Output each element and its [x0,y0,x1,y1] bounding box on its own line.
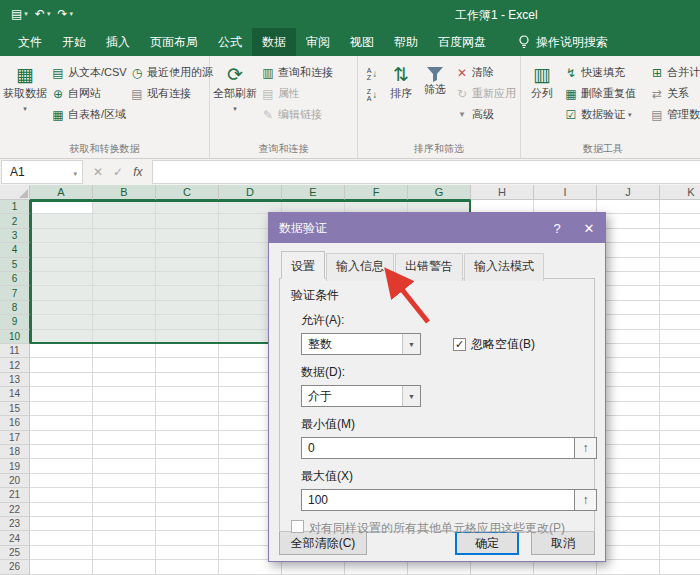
row-header-20[interactable]: 20 [0,474,30,488]
cell-C25[interactable] [156,546,219,560]
cell-J19[interactable] [597,459,660,473]
dialog-help-button[interactable]: ? [541,213,573,243]
get-data-button[interactable]: ▦ 获取数据 ▾ [2,58,48,142]
cell-C7[interactable] [156,286,219,300]
cell-B24[interactable] [93,531,156,545]
cancel-entry-icon[interactable]: ✕ [93,165,103,179]
cell-B20[interactable] [93,474,156,488]
cell-B5[interactable] [93,258,156,272]
column-header-F[interactable]: F [345,185,408,200]
cell-K21[interactable] [660,488,700,502]
cell-K8[interactable] [660,301,700,315]
tab-home[interactable]: 开始 [52,28,96,56]
name-box[interactable]: A1 ▾ [1,160,83,184]
edit-links-button[interactable]: ✎编辑链接 [258,104,348,125]
row-header-11[interactable]: 11 [0,344,30,358]
dialog-tab-settings[interactable]: 设置 [281,251,325,279]
cell-A14[interactable] [30,387,93,401]
cell-A12[interactable] [30,358,93,372]
cell-A3[interactable] [30,229,93,243]
dialog-tab-error-alert[interactable]: 出错警告 [395,253,463,281]
dialog-close-button[interactable]: ✕ [573,213,605,243]
column-header-G[interactable]: G [408,185,471,200]
cell-A4[interactable] [30,243,93,257]
cell-A23[interactable] [30,517,93,531]
refresh-all-button[interactable]: ⟳ 全部刷新 ▾ [212,58,258,142]
cell-J25[interactable] [597,546,660,560]
cell-B14[interactable] [93,387,156,401]
cell-B10[interactable] [93,330,156,344]
cell-B15[interactable] [93,402,156,416]
cell-C14[interactable] [156,387,219,401]
cell-C15[interactable] [156,402,219,416]
column-header-D[interactable]: D [219,185,282,200]
text-to-columns-button[interactable]: ▥ 分列 [523,58,561,142]
existing-connections-button[interactable]: ▤现有连接 [127,83,215,104]
cell-K16[interactable] [660,416,700,430]
dialog-title-bar[interactable]: 数据验证 ? ✕ [269,213,605,243]
row-header-23[interactable]: 23 [0,517,30,531]
cell-K7[interactable] [660,286,700,300]
cell-B9[interactable] [93,315,156,329]
cell-K2[interactable] [660,214,700,228]
cell-K3[interactable] [660,229,700,243]
row-header-19[interactable]: 19 [0,459,30,473]
cell-C9[interactable] [156,315,219,329]
cell-C6[interactable] [156,272,219,286]
undo-button[interactable]: ↶▾ [32,7,54,21]
cell-K20[interactable] [660,474,700,488]
ignore-blank-checkbox[interactable]: ✓ [453,338,466,351]
cell-B26[interactable] [93,560,156,574]
cell-A7[interactable] [30,286,93,300]
cell-K11[interactable] [660,344,700,358]
tab-file[interactable]: 文件 [8,28,52,56]
cell-J24[interactable] [597,531,660,545]
cell-B2[interactable] [93,214,156,228]
cell-A11[interactable] [30,344,93,358]
row-header-7[interactable]: 7 [0,286,30,300]
column-header-B[interactable]: B [93,185,156,200]
cell-B18[interactable] [93,445,156,459]
confirm-entry-icon[interactable]: ✓ [113,165,123,179]
dialog-tab-ime-mode[interactable]: 输入法模式 [464,253,544,281]
sort-descending-button[interactable]: ZA ↓ [362,85,382,104]
cell-A1[interactable] [30,200,93,214]
filter-button[interactable]: 筛选 [418,58,452,142]
tab-view[interactable]: 视图 [340,28,384,56]
cell-J13[interactable] [597,373,660,387]
cell-A18[interactable] [30,445,93,459]
cell-B21[interactable] [93,488,156,502]
minimum-input[interactable]: 0 [301,437,575,459]
cell-A26[interactable] [30,560,93,574]
cell-J18[interactable] [597,445,660,459]
remove-duplicates-button[interactable]: ▦删除重复值 [561,83,647,104]
from-table-range-button[interactable]: ▦自表格/区域 [48,104,127,125]
cell-K24[interactable] [660,531,700,545]
cell-K1[interactable] [660,200,700,214]
cell-C16[interactable] [156,416,219,430]
clear-filter-button[interactable]: ✕清除 [452,62,516,83]
formula-input[interactable] [152,160,700,184]
select-all-button[interactable] [0,185,30,200]
cell-A13[interactable] [30,373,93,387]
cell-J6[interactable] [597,272,660,286]
cell-A16[interactable] [30,416,93,430]
cell-A20[interactable] [30,474,93,488]
cell-A25[interactable] [30,546,93,560]
cell-C26[interactable] [156,560,219,574]
cell-C1[interactable] [156,200,219,214]
cell-C10[interactable] [156,330,219,344]
cell-B3[interactable] [93,229,156,243]
relationships-button[interactable]: ⇄关系 [647,83,700,104]
row-header-6[interactable]: 6 [0,272,30,286]
apply-to-all-checkbox-group[interactable]: 对有同样设置的所有其他单元格应用这些更改(P) [291,520,583,537]
cell-K5[interactable] [660,258,700,272]
cell-B4[interactable] [93,243,156,257]
cell-J4[interactable] [597,243,660,257]
cell-J3[interactable] [597,229,660,243]
row-header-14[interactable]: 14 [0,387,30,401]
data-validation-button[interactable]: ☑数据验证 ▾ [561,104,647,125]
cell-B25[interactable] [93,546,156,560]
row-header-3[interactable]: 3 [0,229,30,243]
cell-B6[interactable] [93,272,156,286]
